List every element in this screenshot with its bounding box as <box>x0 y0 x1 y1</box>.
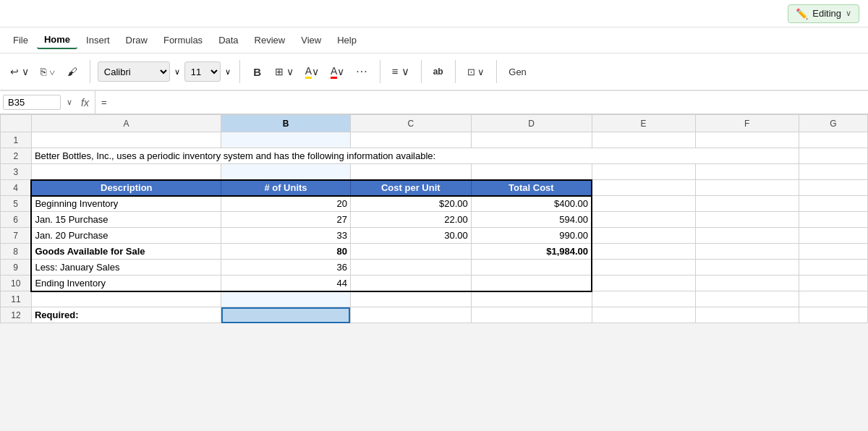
col-header-A[interactable]: A <box>31 115 221 132</box>
cell-C11[interactable] <box>350 291 471 307</box>
cell-E6[interactable] <box>592 212 695 228</box>
cell-A10[interactable]: Ending Inventory <box>31 276 221 291</box>
highlight-color-button[interactable]: A ∨ <box>301 61 323 82</box>
cell-F1[interactable] <box>695 132 799 148</box>
cell-D11[interactable] <box>471 291 592 307</box>
col-header-D[interactable]: D <box>471 115 592 132</box>
cell-A7[interactable]: Jan. 20 Purchase <box>31 228 221 244</box>
cell-C10[interactable] <box>350 276 471 291</box>
cell-B10[interactable]: 44 <box>221 276 351 291</box>
cell-E12[interactable] <box>592 307 695 323</box>
font-color-button[interactable]: A ∨ <box>326 61 349 82</box>
format-painter-button[interactable]: 🖌 <box>62 61 82 82</box>
merge-button[interactable]: ⊡ ∨ <box>463 64 490 80</box>
cell-G1[interactable] <box>799 132 867 148</box>
cell-A11[interactable] <box>31 291 221 307</box>
cell-C3[interactable] <box>350 164 471 180</box>
col-header-B[interactable]: B <box>221 115 351 132</box>
wrap-text-button[interactable]: ab <box>429 64 448 79</box>
cell-B3[interactable] <box>221 164 351 180</box>
cell-D5[interactable]: $400.00 <box>471 196 592 212</box>
cell-D3[interactable] <box>471 164 592 180</box>
bold-button[interactable]: B <box>247 61 268 82</box>
cell-E4[interactable] <box>592 180 695 196</box>
cell-reference-input[interactable] <box>3 95 61 110</box>
cell-A9[interactable]: Less: January Sales <box>31 260 221 276</box>
cell-F9[interactable] <box>695 260 799 276</box>
col-header-G[interactable]: G <box>799 115 867 132</box>
cell-B5[interactable]: 20 <box>221 196 351 212</box>
cell-C12[interactable] <box>350 307 471 323</box>
menu-item-data[interactable]: Data <box>211 32 245 48</box>
cell-E10[interactable] <box>592 276 695 291</box>
cell-C5[interactable]: $20.00 <box>350 196 471 212</box>
cell-G2[interactable] <box>799 148 867 164</box>
cell-D1[interactable] <box>471 132 592 148</box>
cell-B4[interactable]: # of Units <box>221 180 351 196</box>
copy-button[interactable]: ⎘ ∨ <box>36 61 59 82</box>
cell-E11[interactable] <box>592 291 695 307</box>
cell-B1[interactable] <box>221 132 351 148</box>
cell-F8[interactable] <box>695 244 799 260</box>
cell-G7[interactable] <box>799 228 867 244</box>
cell-E7[interactable] <box>592 228 695 244</box>
cell-E8[interactable] <box>592 244 695 260</box>
col-header-F[interactable]: F <box>695 115 799 132</box>
cell-B12[interactable] <box>221 307 351 323</box>
cell-B11[interactable] <box>221 291 351 307</box>
menu-item-review[interactable]: Review <box>247 32 293 48</box>
cell-C6[interactable]: 22.00 <box>350 212 471 228</box>
cell-D9[interactable] <box>471 260 592 276</box>
cell-D10[interactable] <box>471 276 592 291</box>
menu-item-insert[interactable]: Insert <box>79 32 117 48</box>
menu-item-home[interactable]: Home <box>37 31 77 49</box>
cell-G5[interactable] <box>799 196 867 212</box>
editing-button[interactable]: ✏️ Editing ∨ <box>788 4 859 23</box>
cell-F10[interactable] <box>695 276 799 291</box>
col-header-E[interactable]: E <box>592 115 695 132</box>
align-button[interactable]: ≡ ∨ <box>388 63 414 80</box>
cell-E9[interactable] <box>592 260 695 276</box>
cell-D4[interactable]: Total Cost <box>471 180 592 196</box>
cell-A5[interactable]: Beginning Inventory <box>31 196 221 212</box>
table-icon-button[interactable]: ⊞ ∨ <box>271 61 298 82</box>
col-header-C[interactable]: C <box>350 115 471 132</box>
cell-D6[interactable]: 594.00 <box>471 212 592 228</box>
cell-G3[interactable] <box>799 164 867 180</box>
cell-A8[interactable]: Goods Available for Sale <box>31 244 221 260</box>
cell-F4[interactable] <box>695 180 799 196</box>
cell-C8[interactable] <box>350 244 471 260</box>
cell-G9[interactable] <box>799 260 867 276</box>
cell-D12[interactable] <box>471 307 592 323</box>
cell-C9[interactable] <box>350 260 471 276</box>
cell-B8[interactable]: 80 <box>221 244 351 260</box>
cell-A3[interactable] <box>31 164 221 180</box>
cell-B6[interactable]: 27 <box>221 212 351 228</box>
cell-B7[interactable]: 33 <box>221 228 351 244</box>
cell-F6[interactable] <box>695 212 799 228</box>
cell-C1[interactable] <box>350 132 471 148</box>
cell-G11[interactable] <box>799 291 867 307</box>
cell-A1[interactable] <box>31 132 221 148</box>
cell-G8[interactable] <box>799 244 867 260</box>
cell-G10[interactable] <box>799 276 867 291</box>
cell-F3[interactable] <box>695 164 799 180</box>
menu-item-help[interactable]: Help <box>330 32 364 48</box>
cell-A12[interactable]: Required: <box>31 307 221 323</box>
cell-B9[interactable]: 36 <box>221 260 351 276</box>
cell-G4[interactable] <box>799 180 867 196</box>
cell-D8[interactable]: $1,984.00 <box>471 244 592 260</box>
cell-G12[interactable] <box>799 307 867 323</box>
cell-F12[interactable] <box>695 307 799 323</box>
cell-A4[interactable]: Description <box>31 180 221 196</box>
menu-item-view[interactable]: View <box>294 32 328 48</box>
more-format-button[interactable]: ··· <box>352 63 372 80</box>
cell-E5[interactable] <box>592 196 695 212</box>
cell-C7[interactable]: 30.00 <box>350 228 471 244</box>
menu-item-file[interactable]: File <box>6 32 35 48</box>
menu-item-formulas[interactable]: Formulas <box>156 32 210 48</box>
cell-ref-dropdown-icon[interactable]: ∨ <box>64 98 75 107</box>
cell-E3[interactable] <box>592 164 695 180</box>
menu-item-draw[interactable]: Draw <box>119 32 155 48</box>
number-format-button[interactable]: Gen <box>504 64 531 80</box>
